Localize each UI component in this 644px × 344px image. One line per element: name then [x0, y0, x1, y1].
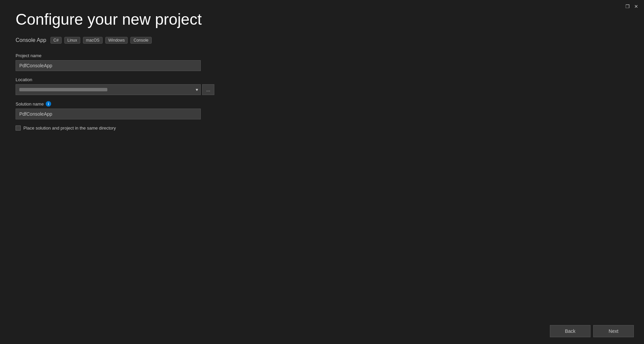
- project-name-section: Project name: [16, 53, 628, 71]
- project-name-label: Project name: [16, 53, 628, 58]
- location-select-wrapper: ▾: [16, 84, 201, 95]
- same-directory-label[interactable]: Place solution and project in the same d…: [23, 125, 116, 131]
- same-directory-row: Place solution and project in the same d…: [16, 125, 628, 131]
- solution-name-label: Solution name i: [16, 101, 628, 107]
- tag-macos: macOS: [83, 37, 103, 44]
- next-button[interactable]: Next: [593, 325, 634, 337]
- solution-name-info-icon[interactable]: i: [46, 101, 51, 107]
- tag-csharp: C#: [50, 37, 62, 44]
- back-button[interactable]: Back: [550, 325, 591, 337]
- project-type-name: Console App: [16, 37, 46, 43]
- page-title: Configure your new project: [16, 10, 628, 29]
- solution-name-section: Solution name i: [16, 101, 628, 119]
- tag-windows: Windows: [105, 37, 128, 44]
- browse-button[interactable]: ...: [202, 84, 214, 95]
- solution-name-input[interactable]: [16, 109, 201, 119]
- project-name-input[interactable]: [16, 60, 201, 71]
- tag-console: Console: [130, 37, 151, 44]
- main-content: Configure your new project Console App C…: [0, 0, 644, 344]
- same-directory-checkbox[interactable]: [16, 125, 21, 131]
- bottom-bar: Back Next: [540, 318, 644, 344]
- project-type-row: Console App C# Linux macOS Windows Conso…: [16, 37, 628, 44]
- location-row: ▾ ...: [16, 84, 628, 95]
- location-section: Location ▾ ...: [16, 77, 628, 95]
- tag-linux: Linux: [64, 37, 80, 44]
- location-label: Location: [16, 77, 628, 82]
- location-path-visual: [19, 88, 107, 91]
